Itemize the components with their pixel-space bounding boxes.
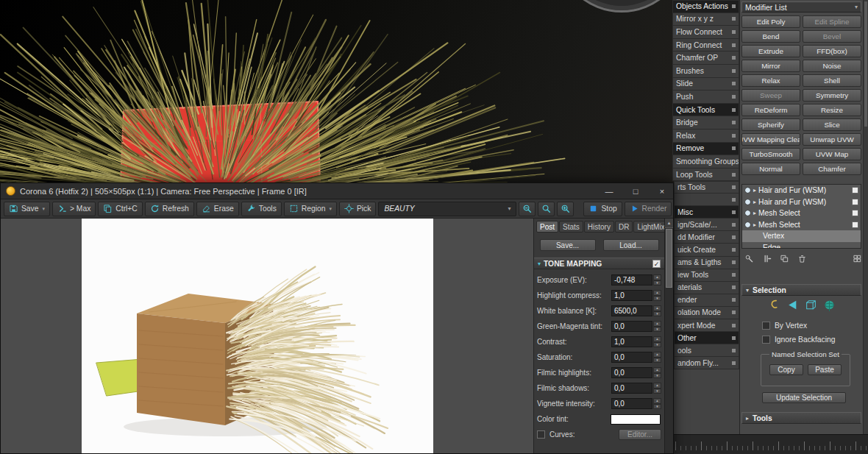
modifier-button-chamfer[interactable]: Chamfer xyxy=(803,163,861,175)
zoom-out-button[interactable] xyxy=(519,202,536,216)
menu-item-ams-ligths[interactable]: ams & Ligths xyxy=(674,257,739,269)
scroll-up-icon[interactable]: ▲ xyxy=(665,219,673,228)
modifier-button-edit-spline[interactable]: Edit Spline xyxy=(803,15,861,28)
param-value-input[interactable]: 0,0 xyxy=(611,383,652,394)
tone-mapping-rollout-header[interactable]: ▾ TONE MAPPING ✓ xyxy=(534,258,664,269)
menu-item-relax[interactable]: Relax xyxy=(672,130,739,143)
modifier-button-redeform[interactable]: ReDeform xyxy=(741,104,800,116)
zoom-actual-button[interactable] xyxy=(538,202,555,216)
minimize-button[interactable]: — xyxy=(598,183,620,199)
tools-rollout-header[interactable]: ▸ Tools xyxy=(741,412,861,424)
tab-lightmix[interactable]: LightMix xyxy=(633,221,664,233)
menu-item-andom-fly[interactable]: andom Fly... xyxy=(674,357,739,369)
pin-stack-icon[interactable] xyxy=(744,254,755,264)
polygon-icon[interactable] xyxy=(805,299,817,311)
face-icon[interactable] xyxy=(786,299,799,311)
modifier-button-symmetry[interactable]: Symmetry xyxy=(803,89,861,102)
window-titlebar[interactable]: Corona 6 (Hotfix 2) | 505×505px (1:1) | … xyxy=(1,183,673,199)
tab-history[interactable]: History xyxy=(584,221,614,233)
spinner-down-icon[interactable]: ▼ xyxy=(653,358,661,363)
close-button[interactable]: × xyxy=(651,183,673,199)
toolbar-button-region[interactable]: Region▾ xyxy=(284,202,337,216)
menu-item-xpert-mode[interactable]: xpert Mode xyxy=(674,319,739,332)
lightbulb-icon[interactable] xyxy=(744,187,751,194)
render-button[interactable]: Render xyxy=(625,202,672,216)
spinner[interactable]: ▲▼ xyxy=(653,336,661,347)
menu-item-loop-tools[interactable]: Loop Tools xyxy=(672,169,739,182)
save-config-button[interactable]: Save... xyxy=(540,239,596,251)
modifier-button-spherify[interactable]: Spherify xyxy=(741,118,800,131)
spinner-up-icon[interactable]: ▲ xyxy=(653,274,661,280)
modifier-button-noise[interactable]: Noise xyxy=(803,60,861,72)
vertex-icon[interactable] xyxy=(768,299,780,311)
param-value-input[interactable]: 0,0 xyxy=(611,398,652,409)
spinner[interactable]: ▲▼ xyxy=(653,305,661,316)
spinner-down-icon[interactable]: ▼ xyxy=(653,327,661,333)
spinner-up-icon[interactable]: ▲ xyxy=(653,321,661,327)
spinner[interactable]: ▲▼ xyxy=(653,290,661,301)
modifier-button-turbosmooth[interactable]: TurboSmooth xyxy=(741,148,800,160)
param-value-input[interactable]: 1,0 xyxy=(611,336,652,347)
menu-item-other[interactable]: Other xyxy=(674,332,739,344)
param-value-input[interactable]: 0,0 xyxy=(611,367,652,378)
toolbar-button-pick[interactable]: Pick xyxy=(339,202,376,216)
lightbulb-icon[interactable] xyxy=(744,221,751,228)
menu-item-push[interactable]: Push xyxy=(672,91,739,104)
spinner-up-icon[interactable]: ▲ xyxy=(653,398,661,404)
modifier-button-relax[interactable]: Relax xyxy=(741,74,800,87)
command-panel-scrollbar[interactable] xyxy=(863,0,868,434)
spinner-down-icon[interactable]: ▼ xyxy=(653,389,661,394)
modifier-button-slice[interactable]: Slice xyxy=(803,118,861,131)
spinner-up-icon[interactable]: ▲ xyxy=(653,305,661,311)
by-vertex-option[interactable]: By Vertex xyxy=(762,322,807,330)
modifier-button-shell[interactable]: Shell xyxy=(803,74,861,87)
lightbulb-icon[interactable] xyxy=(744,210,751,216)
param-value-input[interactable]: 0,0 xyxy=(611,321,652,332)
modifier-button-sweep[interactable]: Sweep xyxy=(741,89,800,102)
remove-modifier-icon[interactable] xyxy=(797,254,808,264)
modifier-button-extrude[interactable]: Extrude xyxy=(741,45,800,57)
modifier-button-bend[interactable]: Bend xyxy=(741,30,800,43)
toolbar-button-tools[interactable]: Tools xyxy=(241,202,282,216)
menu-item-aterials[interactable]: aterials xyxy=(674,282,739,294)
spinner-up-icon[interactable]: ▲ xyxy=(653,367,661,373)
viewport[interactable] xyxy=(0,0,674,182)
spinner[interactable]: ▲▼ xyxy=(653,367,661,378)
toolbar-button-erase[interactable]: Erase xyxy=(196,202,239,216)
toolbar-button-max[interactable]: > Max xyxy=(52,202,96,216)
param-value-input[interactable]: -0,748 xyxy=(611,274,652,285)
scrollbar-thumb[interactable] xyxy=(666,229,672,288)
menu-item-remove[interactable]: Remove xyxy=(672,143,739,156)
menu-item-brushes[interactable]: Brushes xyxy=(672,65,739,78)
spinner-up-icon[interactable]: ▲ xyxy=(653,290,661,296)
spinner-down-icon[interactable]: ▼ xyxy=(653,373,661,379)
element-icon[interactable] xyxy=(823,299,836,311)
panel-scrollbar[interactable]: ▲ xyxy=(664,219,673,453)
spinner[interactable]: ▲▼ xyxy=(653,398,661,409)
param-value-input[interactable]: 6500,0 xyxy=(611,305,652,316)
menu-item-ender[interactable]: ender xyxy=(674,294,739,307)
menu-item-objects-actions[interactable]: Objects Actions xyxy=(672,0,739,13)
spinner-up-icon[interactable]: ▲ xyxy=(653,352,661,358)
paste-button[interactable]: Paste xyxy=(808,364,842,375)
spinner-down-icon[interactable]: ▼ xyxy=(653,342,661,348)
spinner-up-icon[interactable]: ▲ xyxy=(653,383,661,389)
expand-arrow-icon[interactable]: ▸ xyxy=(753,187,756,194)
spinner-down-icon[interactable]: ▼ xyxy=(653,404,661,410)
render-element-dropdown[interactable]: BEAUTY ▾ xyxy=(378,202,516,216)
by-vertex-checkbox[interactable] xyxy=(762,322,770,330)
menu-item-ring-connect[interactable]: Ring Connect xyxy=(672,39,739,52)
menu-item-flow-connect[interactable]: Flow Connect xyxy=(672,26,739,39)
menu-item-ign-scale[interactable]: ign/Scale/... xyxy=(674,219,739,231)
menu-item-dd-modifier[interactable]: dd Modifier xyxy=(674,231,739,244)
spinner[interactable]: ▲▼ xyxy=(653,352,661,363)
stack-row-hair-and-fur-wsm[interactable]: ▸Hair and Fur (WSM) xyxy=(742,196,861,208)
maximize-button[interactable]: □ xyxy=(625,183,647,199)
spinner[interactable]: ▲▼ xyxy=(653,383,661,394)
load-config-button[interactable]: Load... xyxy=(603,239,659,251)
modifier-button-bevel[interactable]: Bevel xyxy=(803,30,861,43)
spinner-down-icon[interactable]: ▼ xyxy=(653,311,661,317)
modifier-list-dropdown[interactable]: Modifier List ▾ xyxy=(741,1,861,13)
menu-item-quick-tools[interactable]: Quick Tools xyxy=(672,104,739,117)
stack-row-edge[interactable]: Edge xyxy=(742,242,861,249)
